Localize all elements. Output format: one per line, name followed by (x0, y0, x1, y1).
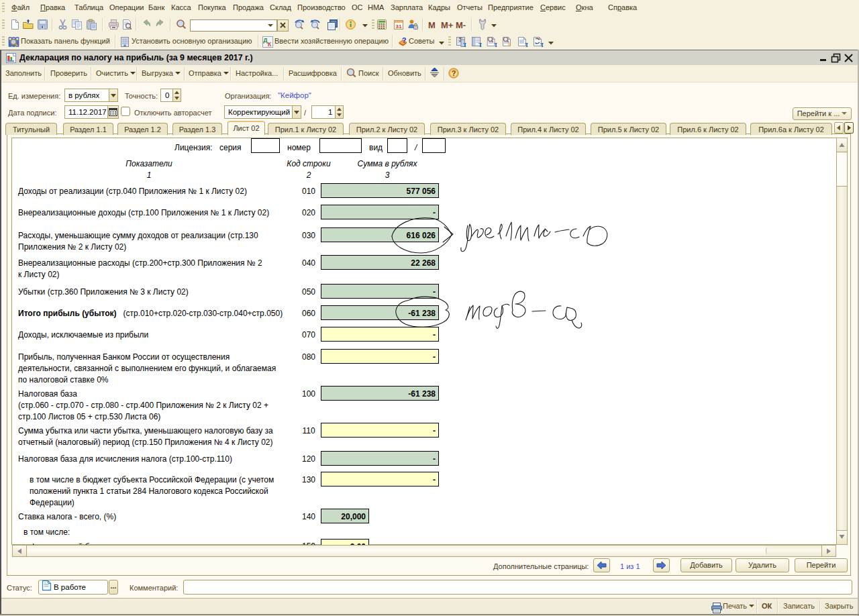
svg-text:?: ? (402, 36, 407, 44)
svg-text:T: T (463, 42, 466, 48)
svg-text:?: ? (452, 69, 456, 77)
svg-text:T: T (540, 42, 544, 48)
svg-text:T: T (478, 42, 482, 48)
svg-text:T: T (525, 42, 528, 48)
svg-text:T: T (494, 42, 497, 48)
svg-text:К: К (268, 41, 272, 48)
svg-text:31: 31 (396, 23, 402, 30)
